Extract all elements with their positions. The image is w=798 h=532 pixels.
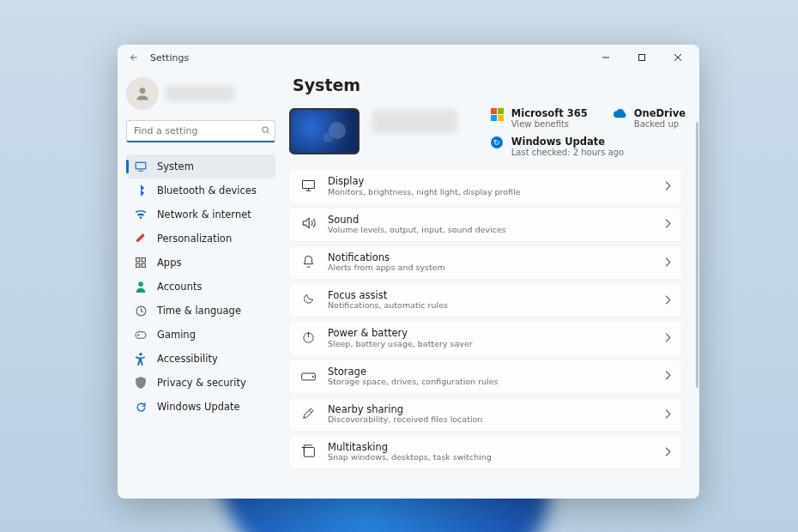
settings-card-multitasking[interactable]: MultitaskingSnap windows, desktops, task… [289, 435, 682, 469]
chevron-right-icon [665, 257, 671, 269]
minimize-button[interactable] [588, 45, 624, 70]
user-account-row[interactable] [126, 76, 275, 117]
sidebar-item-accounts[interactable]: Accounts [126, 275, 275, 299]
settings-card-focus[interactable]: Focus assistNotifications, automatic rul… [289, 283, 682, 317]
search-icon [261, 125, 270, 137]
sidebar-item-network[interactable]: Network & internet [126, 203, 275, 227]
sidebar-item-label: Accessibility [157, 353, 218, 365]
card-subtitle: Snap windows, desktops, task switching [328, 453, 492, 462]
svg-point-16 [139, 353, 142, 355]
back-arrow-icon [129, 52, 139, 63]
settings-card-sound[interactable]: SoundVolume levels, output, input, sound… [289, 208, 682, 242]
card-subtitle: Discoverability, received files location [328, 415, 482, 425]
status-sub: Backed up [634, 119, 686, 130]
focus-icon [300, 293, 316, 308]
status-title: OneDrive [634, 108, 686, 119]
status-microsoft-365[interactable]: Microsoft 365 View benefits [491, 108, 588, 130]
sidebar-item-label: Time & language [157, 305, 241, 317]
card-subtitle: Volume levels, output, input, sound devi… [328, 226, 506, 235]
sidebar-item-label: Gaming [157, 329, 196, 341]
settings-card-power[interactable]: Power & batterySleep, battery usage, bat… [289, 321, 682, 355]
maximize-icon [638, 53, 646, 62]
search-input[interactable] [126, 120, 275, 142]
scrollbar[interactable] [696, 122, 698, 388]
settings-card-storage[interactable]: StorageStorage space, drives, configurat… [289, 360, 682, 394]
power-icon [300, 330, 316, 347]
sidebar-item-label: Network & internet [157, 209, 251, 221]
close-button[interactable] [660, 45, 696, 70]
chevron-right-icon [665, 219, 671, 230]
sidebar-item-privacy[interactable]: Privacy & security [126, 371, 275, 395]
status-onedrive[interactable]: OneDrive Backed up [614, 108, 686, 130]
svg-rect-10 [142, 258, 145, 262]
sidebar-item-label: Accounts [157, 281, 202, 293]
sidebar-item-label: System [157, 160, 194, 172]
chevron-right-icon [665, 447, 671, 458]
microsoft-logo-icon [491, 108, 505, 122]
pc-name-redacted [372, 110, 457, 134]
update-icon: ↻ [491, 136, 505, 150]
svg-rect-11 [136, 263, 140, 267]
accounts-icon [135, 281, 147, 293]
svg-rect-7 [136, 162, 146, 169]
sidebar-item-personalization[interactable]: Personalization [126, 227, 275, 251]
chevron-right-icon [665, 181, 671, 192]
nav: SystemBluetooth & devicesNetwork & inter… [126, 154, 275, 419]
gaming-icon [135, 330, 147, 340]
personalization-icon [135, 233, 147, 245]
sidebar-item-bluetooth[interactable]: Bluetooth & devices [126, 178, 275, 203]
time-icon [135, 305, 147, 317]
svg-rect-15 [136, 331, 146, 338]
status-windows-update[interactable]: ↻ Windows Update Last checked: 2 hours a… [491, 136, 686, 158]
settings-card-display[interactable]: DisplayMonitors, brightness, night light… [289, 169, 682, 203]
svg-rect-24 [304, 448, 314, 457]
chevron-right-icon [665, 371, 671, 382]
card-subtitle: Notifications, automatic rules [328, 301, 448, 311]
sidebar-item-label: Privacy & security [157, 377, 246, 389]
system-icon [135, 161, 147, 172]
chevron-right-icon [665, 333, 671, 344]
window-title: Settings [150, 52, 189, 63]
minimize-icon [602, 53, 610, 62]
sidebar-item-system[interactable]: System [126, 154, 275, 178]
card-title: Display [328, 176, 521, 187]
svg-rect-17 [302, 180, 314, 188]
card-subtitle: Storage space, drives, configuration rul… [328, 378, 499, 387]
sidebar-item-accessibility[interactable]: Accessibility [126, 347, 275, 371]
settings-window: Settings SystemBluetooth & devicesNetwor… [118, 45, 699, 499]
back-button[interactable] [121, 52, 147, 63]
maximize-button[interactable] [624, 45, 660, 70]
chevron-right-icon [665, 409, 671, 420]
apps-icon [135, 257, 147, 268]
cloud-icon [614, 108, 627, 122]
svg-line-6 [267, 131, 269, 133]
chevron-right-icon [665, 295, 671, 306]
svg-point-13 [138, 281, 143, 287]
window-body: SystemBluetooth & devicesNetwork & inter… [118, 70, 699, 499]
svg-point-4 [140, 88, 146, 94]
pc-thumbnail[interactable] [289, 108, 360, 154]
settings-card-nearby[interactable]: Nearby sharingDiscoverability, received … [289, 397, 682, 432]
sidebar-item-apps[interactable]: Apps [126, 251, 275, 275]
multitasking-icon [300, 444, 316, 460]
card-subtitle: Sleep, battery usage, battery saver [328, 340, 473, 349]
sidebar: SystemBluetooth & devicesNetwork & inter… [118, 70, 284, 499]
settings-card-notifications[interactable]: NotificationsAlerts from apps and system [289, 245, 682, 280]
card-subtitle: Monitors, brightness, night light, displ… [328, 188, 521, 197]
avatar [126, 77, 159, 110]
sidebar-item-gaming[interactable]: Gaming [126, 323, 275, 347]
privacy-icon [135, 377, 147, 389]
close-icon [674, 53, 682, 62]
bluetooth-icon [135, 184, 147, 196]
svg-rect-1 [639, 55, 645, 61]
main-content: System Microsoft 365 View benefits [284, 70, 699, 499]
update-icon [135, 402, 147, 413]
svg-rect-12 [142, 263, 145, 267]
sidebar-item-update[interactable]: Windows Update [126, 395, 275, 419]
sidebar-item-label: Apps [157, 257, 181, 269]
nearby-icon [300, 407, 316, 423]
sidebar-item-time[interactable]: Time & language [126, 299, 275, 323]
network-icon [135, 209, 147, 220]
card-title: Sound [328, 215, 506, 226]
caption-buttons [588, 45, 696, 70]
